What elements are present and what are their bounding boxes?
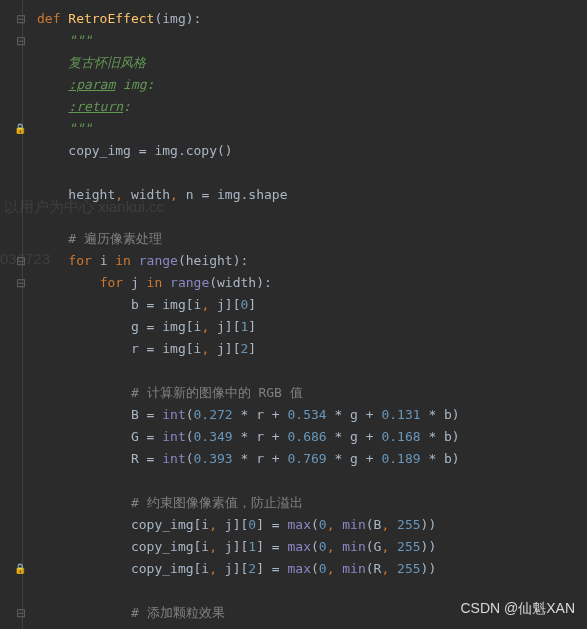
lock-icon: 🔒 xyxy=(14,118,26,140)
code-line: ⊟def RetroEffect(img): xyxy=(0,8,587,30)
code-line: 复古怀旧风格 xyxy=(0,52,587,74)
code-line: :param img: xyxy=(0,74,587,96)
code-line: copy_img[i, j][1] = max(0, min(G, 255)) xyxy=(0,536,587,558)
code-line: R = int(0.393 * r + 0.769 * g + 0.189 * … xyxy=(0,448,587,470)
code-line: # 计算新的图像中的 RGB 值 xyxy=(0,382,587,404)
lock-icon: 🔒 xyxy=(14,558,26,580)
code-line: height, width, n = img.shape xyxy=(0,184,587,206)
code-line: 🔒 """ xyxy=(0,118,587,140)
fold-icon[interactable]: ⊟ xyxy=(16,13,26,25)
code-line: :return: xyxy=(0,96,587,118)
code-line: ⊟ """ xyxy=(0,30,587,52)
attribution-label: CSDN @仙魁XAN xyxy=(460,597,575,619)
code-line: g = img[i, j][1] xyxy=(0,316,587,338)
code-line: ⊟ for i in range(height): xyxy=(0,250,587,272)
fold-icon[interactable]: ⊟ xyxy=(16,607,26,619)
code-editor[interactable]: ⊟def RetroEffect(img): ⊟ """ 复古怀旧风格 :par… xyxy=(0,0,587,624)
function-name: RetroEffect xyxy=(68,11,154,26)
code-line: G = int(0.349 * r + 0.686 * g + 0.168 * … xyxy=(0,426,587,448)
code-line: b = img[i, j][0] xyxy=(0,294,587,316)
code-line: # 遍历像素处理 xyxy=(0,228,587,250)
code-line: B = int(0.272 * r + 0.534 * g + 0.131 * … xyxy=(0,404,587,426)
code-line: copy_img[i, j][0] = max(0, min(B, 255)) xyxy=(0,514,587,536)
code-line: copy_img = img.copy() xyxy=(0,140,587,162)
code-line: r = img[i, j][2] xyxy=(0,338,587,360)
fold-icon[interactable]: ⊟ xyxy=(16,35,26,47)
code-line: 🔒 copy_img[i, j][2] = max(0, min(R, 255)… xyxy=(0,558,587,580)
fold-icon[interactable]: ⊟ xyxy=(16,255,26,267)
fold-icon[interactable]: ⊟ xyxy=(16,277,26,289)
code-line: ⊟ for j in range(width): xyxy=(0,272,587,294)
code-line: # 约束图像像素值，防止溢出 xyxy=(0,492,587,514)
